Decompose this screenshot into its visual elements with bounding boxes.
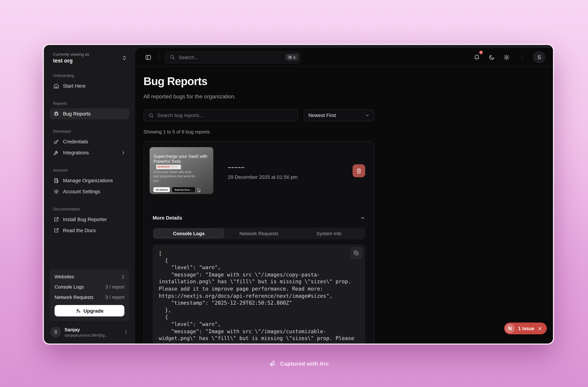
usage-row-network-requests: Network Requests 3 / report — [55, 295, 125, 300]
keyboard-shortcut-badge: ⌘ k — [285, 54, 298, 61]
kebab-menu-icon[interactable] — [123, 329, 128, 335]
results-summary: Showing 1 to 5 of 8 bug reports — [144, 129, 553, 135]
sidebar-item-label: Install Bug Reporter — [63, 216, 107, 222]
arc-logo-icon — [270, 360, 277, 368]
chevron-right-icon — [121, 150, 126, 155]
chevron-up-icon — [360, 215, 365, 220]
usage-row-console-logs: Console Logs 3 / report — [55, 284, 125, 290]
sidebar-section-account: Account Manage Organizations Account Set… — [50, 168, 129, 197]
usage-value: 1 — [122, 274, 125, 279]
usage-card: Websites 1 Console Logs 3 / report Netwo… — [50, 269, 129, 321]
usage-label: Console Logs — [55, 284, 84, 290]
search-placeholder: Search... — [179, 54, 282, 60]
report-title: ~~~~~ — [228, 165, 297, 171]
tab-network-requests[interactable]: Network Requests — [224, 229, 294, 238]
thumb-get-started-button: Get Started — [153, 187, 170, 192]
more-details-toggle[interactable]: More Details — [149, 215, 368, 221]
cursor-icon — [197, 188, 201, 193]
filter-row: Search bug reports... Newest First — [144, 109, 374, 121]
usage-value: 3 / report — [105, 284, 124, 290]
user-meta: Sanjay sanjaykumara1994@g... — [64, 327, 120, 337]
external-link-icon — [53, 216, 59, 222]
topbar-actions: S — [472, 51, 545, 63]
org-name: test org — [53, 58, 89, 64]
usage-value: 3 / report — [105, 295, 124, 300]
details-tabs: Console Logs Network Requests System Inf… — [153, 228, 365, 239]
section-label: Documentation — [50, 207, 129, 211]
sidebar-item-account-settings[interactable]: Account Settings — [50, 186, 129, 197]
search-icon — [170, 55, 175, 60]
tab-system-info[interactable]: System Info — [294, 229, 364, 238]
sidebar-section-reports: Reports Bug Reports — [50, 101, 129, 119]
page-title: Bug Reports — [144, 75, 553, 88]
page-subtitle: All reported bugs for the organization. — [144, 93, 553, 99]
bug-icon — [53, 111, 59, 117]
avatar: S — [50, 327, 61, 337]
external-link-icon — [53, 228, 59, 233]
notification-dot — [479, 51, 483, 54]
sidebar-item-bug-reports[interactable]: Bug Reports — [50, 108, 129, 119]
console-log-json[interactable]: [ { "level": "warn", "message": "Image w… — [159, 250, 360, 343]
upgrade-button[interactable]: Upgrade — [55, 305, 125, 316]
sidebar-item-label: Integrations — [63, 150, 89, 155]
sparkles-icon — [75, 308, 81, 313]
bug-screenshot-thumbnail[interactable]: Supercharge your SaaS with Powerful Tool… — [149, 147, 213, 194]
thumbnail-body-text: Grow your SaaS with tools and integratio… — [153, 170, 197, 183]
sort-value: Newest First — [308, 113, 336, 118]
sidebar-toggle-icon[interactable] — [143, 52, 153, 62]
account-avatar[interactable]: S — [533, 51, 545, 63]
more-details-label: More Details — [153, 215, 182, 221]
sort-dropdown[interactable]: Newest First — [304, 109, 374, 121]
divider — [159, 54, 159, 61]
sidebar-item-label: Account Settings — [63, 189, 100, 194]
page-content: Bug Reports All reported bugs for the or… — [135, 67, 553, 344]
tab-console-logs[interactable]: Console Logs — [154, 229, 224, 238]
sidebar-item-label: Bug Reports — [63, 111, 90, 117]
section-label: Reports — [50, 101, 129, 106]
upgrade-label: Upgrade — [83, 308, 104, 313]
sidebar-item-integrations[interactable]: Integrations — [50, 147, 129, 158]
org-switcher[interactable]: Currently viewing as test org — [50, 50, 129, 64]
bug-annotation: sdsdsdsd~~~~~ — [156, 165, 181, 169]
search-icon — [148, 113, 154, 118]
key-icon — [53, 139, 59, 145]
copy-button[interactable] — [351, 247, 362, 259]
thumb-read-docs-button: Read the Docs → — [172, 187, 195, 192]
sidebar-item-manage-organizations[interactable]: Manage Organizations — [50, 175, 129, 186]
delete-report-button[interactable] — [353, 164, 365, 177]
chevrons-up-down-icon — [122, 55, 127, 60]
sidebar-item-start-here[interactable]: Start Here — [50, 80, 129, 92]
issue-count-label: 1 Issue — [518, 326, 534, 331]
bug-search-input[interactable]: Search bug reports... — [144, 109, 298, 121]
usage-label: Network Requests — [55, 295, 93, 300]
notifications-button[interactable] — [472, 52, 482, 62]
app-window: Currently viewing as test org Onboarding… — [44, 45, 553, 344]
nextjs-logo-icon: N — [505, 324, 515, 333]
thumbnail-heading: Supercharge your SaaS with Powerful Tool… — [153, 154, 210, 164]
user-email: sanjaykumara1994@g... — [64, 333, 120, 337]
report-date: 29 December 2025 at 01:56 pm — [228, 174, 297, 180]
sidebar-section-onboarding: Onboarding Start Here — [50, 73, 129, 92]
usage-label: Websites — [55, 274, 74, 279]
section-label: Developer — [50, 129, 129, 134]
sidebar-item-label: Manage Organizations — [63, 178, 113, 183]
copy-icon — [354, 251, 359, 256]
close-icon[interactable] — [538, 326, 542, 331]
report-info: ~~~~~ 29 December 2025 at 01:56 pm — [228, 165, 297, 194]
sidebar-item-credentials[interactable]: Credentials — [50, 136, 129, 147]
sidebar: Currently viewing as test org Onboarding… — [44, 45, 135, 344]
building-icon — [53, 178, 59, 183]
user-menu[interactable]: S Sanjay sanjaykumara1994@g... — [50, 326, 129, 337]
theme-toggle-moon-icon[interactable] — [486, 52, 496, 62]
chevron-down-icon — [365, 113, 370, 118]
sidebar-item-read-the-docs[interactable]: Read the Docs — [50, 225, 129, 236]
section-label: Onboarding — [50, 73, 129, 78]
divider — [522, 54, 522, 61]
sidebar-item-label: Read the Docs — [63, 228, 96, 233]
org-switcher-text: Currently viewing as test org — [53, 52, 89, 64]
issue-pill[interactable]: N 1 Issue — [504, 323, 547, 334]
global-search-input[interactable]: Search... ⌘ k — [165, 51, 301, 63]
settings-gear-icon[interactable] — [502, 52, 511, 62]
sidebar-item-install-bug-reporter[interactable]: Install Bug Reporter — [50, 214, 129, 225]
usage-row-websites: Websites 1 — [55, 274, 125, 279]
